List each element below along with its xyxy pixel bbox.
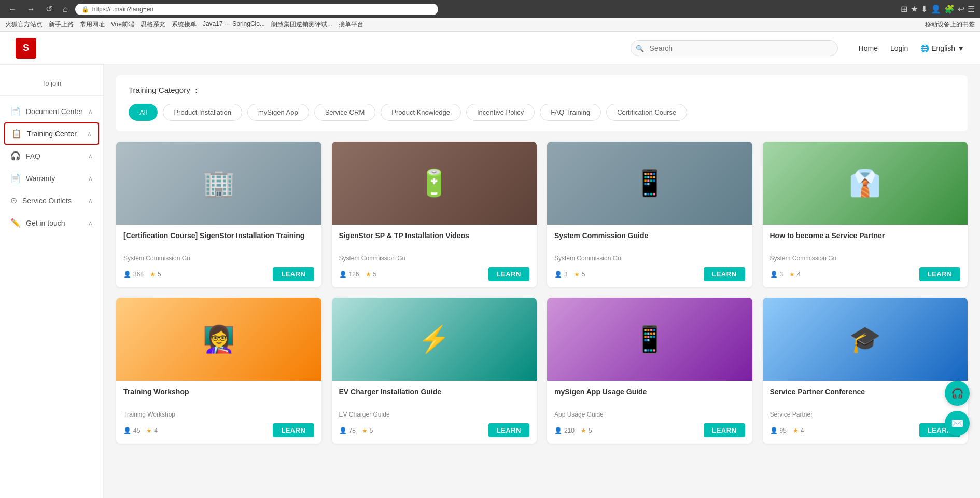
sidebar-item-left: 📄 Document Center [10, 106, 83, 116]
filter-mysigen-app[interactable]: mySigen App [247, 104, 309, 121]
sidebar-item-get-in-touch[interactable]: ✏️ Get in touch ∧ [0, 212, 103, 234]
sidebar-join-label: To join [0, 75, 103, 96]
warranty-icon: 📄 [10, 173, 21, 183]
bookmark-9[interactable]: 接单平台 [339, 20, 363, 29]
home-link[interactable]: Home [859, 44, 878, 52]
bookmark-2[interactable]: 新手上路 [49, 20, 74, 29]
course-subtitle: Service Partner [770, 411, 961, 418]
get-in-touch-arrow: ∧ [88, 219, 93, 227]
download-icon[interactable]: ⬇ [921, 4, 928, 14]
filter-all[interactable]: All [129, 104, 158, 121]
forward-button[interactable]: → [24, 4, 38, 15]
star-rating: ★ 4 [789, 271, 801, 278]
sidebar-item-warranty[interactable]: 📄 Warranty ∧ [0, 167, 103, 189]
filter-faq-training[interactable]: FAQ Training [540, 104, 601, 121]
globe-icon: 🌐 [920, 44, 929, 52]
course-card[interactable]: 🎓 Service Partner Conference Service Par… [763, 298, 968, 444]
filter-service-crm[interactable]: Service CRM [314, 104, 376, 121]
stars-value: 5 [373, 271, 377, 278]
sidebar-item-training-center[interactable]: 📋 Training Center ∧ [4, 122, 99, 145]
course-card[interactable]: 📱 System Commission Guide System Commiss… [547, 142, 752, 287]
screenshot-icon[interactable]: ⊞ [901, 4, 907, 14]
stars-value: 5 [589, 427, 592, 434]
bookmark-3[interactable]: 常用网址 [80, 20, 105, 29]
course-info: SigenStor SP & TP Installation Videos Sy… [332, 225, 537, 287]
bookmark-star-icon[interactable]: ★ [911, 4, 918, 14]
sidebar-item-service-outlets[interactable]: ⊙ Service Outlets ∧ [0, 189, 103, 212]
support-float-button[interactable]: 🎧 [945, 381, 970, 406]
learn-button[interactable]: LEARN [488, 267, 529, 281]
mobile-bookmarks[interactable]: 移动设备上的书签 [925, 20, 975, 29]
filter-incentive-policy[interactable]: Incentive Policy [466, 104, 535, 121]
learn-button[interactable]: LEARN [919, 267, 960, 281]
learn-button[interactable]: LEARN [488, 423, 529, 437]
course-card[interactable]: 👔 How to become a Service Partner System… [763, 142, 968, 287]
stars-value: 5 [370, 427, 373, 434]
reload-button[interactable]: ↺ [43, 3, 55, 15]
learn-button[interactable]: LEARN [273, 423, 314, 437]
chevron-down-icon: ▼ [957, 44, 964, 52]
menu-icon[interactable]: ☰ [968, 4, 975, 14]
course-stats: 👤 78 ★ 5 [339, 427, 373, 434]
language-selector[interactable]: 🌐 English ▼ [920, 44, 964, 52]
language-label: English [931, 44, 955, 52]
search-input[interactable] [631, 40, 838, 56]
history-back-icon[interactable]: ↩ [958, 4, 964, 14]
course-info: How to become a Service Partner System C… [763, 225, 968, 287]
course-thumbnail: 🎓 [763, 298, 968, 381]
course-footer: 👤 210 ★ 5 LEARN [554, 423, 745, 437]
course-title: Training Workshop [123, 387, 314, 408]
faq-icon: 🎧 [10, 151, 21, 161]
extensions-icon[interactable]: 🧩 [944, 4, 955, 14]
address-bar[interactable]: 🔒 https:// .main?lang=en [75, 4, 438, 15]
back-button[interactable]: ← [5, 4, 20, 15]
account-icon[interactable]: 👤 [931, 4, 941, 14]
learn-button[interactable]: LEARN [273, 267, 314, 281]
sidebar-item-faq[interactable]: 🎧 FAQ ∧ [0, 145, 103, 167]
course-stats: 👤 126 ★ 5 [339, 271, 377, 278]
faq-label: FAQ [26, 152, 40, 160]
bookmark-8[interactable]: 朗致集团逆销测评试... [271, 20, 332, 29]
star-icon: ★ [789, 271, 795, 278]
star-icon: ★ [150, 271, 156, 278]
home-button[interactable]: ⌂ [60, 4, 71, 15]
filter-product-knowledge[interactable]: Product Knowledge [381, 104, 461, 121]
mail-float-button[interactable]: ✉️ [945, 411, 970, 436]
bookmark-4[interactable]: Vue前端 [111, 20, 134, 29]
star-rating: ★ 5 [574, 271, 585, 278]
stars-value: 4 [154, 427, 158, 434]
course-title: mySigen App Usage Guide [554, 387, 745, 408]
star-icon: ★ [574, 271, 580, 278]
course-title: How to become a Service Partner [770, 231, 961, 252]
bookmark-7[interactable]: Java17 --- SpringClo... [203, 20, 265, 29]
logo[interactable]: S [16, 38, 36, 59]
course-stats: 👤 3 ★ 5 [554, 271, 585, 278]
course-info: [Certification Course] SigenStor Install… [116, 225, 321, 287]
learn-button[interactable]: LEARN [704, 267, 745, 281]
login-link[interactable]: Login [890, 44, 908, 52]
course-footer: 👤 3 ★ 4 LEARN [770, 267, 961, 281]
course-card[interactable]: 📱 mySigen App Usage Guide App Usage Guid… [547, 298, 752, 444]
course-card[interactable]: 🔋 SigenStor SP & TP Installation Videos … [332, 142, 537, 287]
course-card[interactable]: 👩‍🏫 Training Workshop Training Workshop … [116, 298, 321, 444]
course-stats: 👤 210 ★ 5 [554, 427, 592, 434]
search-container [631, 40, 838, 56]
bookmark-5[interactable]: 思格系充 [141, 20, 165, 29]
bookmark-6[interactable]: 系统接单 [172, 20, 197, 29]
content-area: To join 📄 Document Center ∧ 📋 Training C… [0, 65, 980, 498]
filter-certification-course[interactable]: Certification Course [606, 104, 687, 121]
stars-value: 4 [797, 271, 801, 278]
student-count: 👤 368 [123, 271, 144, 278]
course-stats: 👤 45 ★ 4 [123, 427, 158, 434]
learn-button[interactable]: LEARN [704, 423, 745, 437]
filter-product-installation[interactable]: Product Installation [163, 104, 242, 121]
course-thumbnail: 👔 [763, 142, 968, 225]
course-card[interactable]: 🏢 [Certification Course] SigenStor Insta… [116, 142, 321, 287]
course-info: System Commission Guide System Commissio… [547, 225, 752, 287]
bookmark-1[interactable]: 火狐官方站点 [5, 20, 43, 29]
sidebar-item-document-center[interactable]: 📄 Document Center ∧ [0, 100, 103, 122]
category-filters: All Product Installation mySigen App Ser… [129, 104, 955, 121]
student-count: 👤 3 [770, 271, 783, 278]
document-center-icon: 📄 [10, 106, 21, 116]
course-card[interactable]: ⚡ EV Charger Installation Guide EV Charg… [332, 298, 537, 444]
